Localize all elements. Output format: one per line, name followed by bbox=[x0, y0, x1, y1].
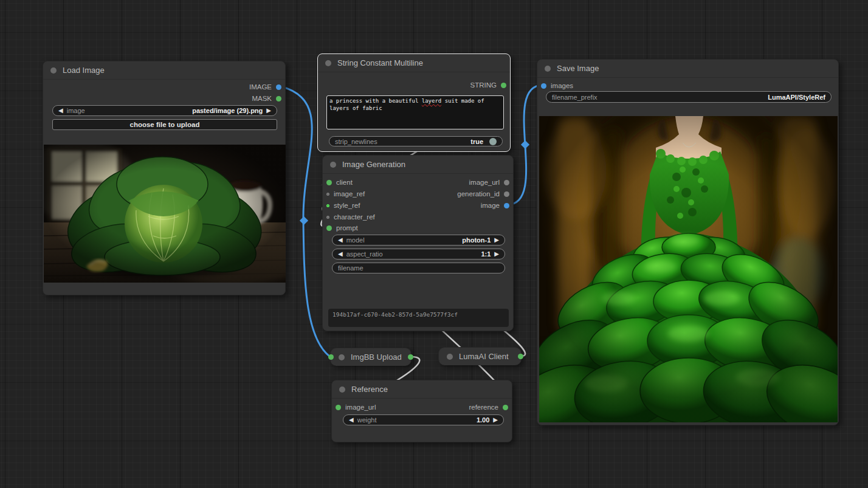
node-title: ImgBB Upload bbox=[351, 352, 402, 362]
input-port-icon[interactable] bbox=[326, 193, 329, 196]
toggle-knob-icon[interactable] bbox=[489, 138, 497, 145]
input-client: client bbox=[326, 177, 353, 187]
strip-newlines-toggle[interactable]: strip_newlines true bbox=[329, 136, 503, 146]
input-image-url: image_url bbox=[336, 402, 376, 412]
input-port-icon[interactable] bbox=[326, 216, 329, 219]
filename-text-widget[interactable]: filename bbox=[332, 263, 505, 273]
output-string: STRING bbox=[470, 80, 506, 90]
output-port-icon[interactable] bbox=[504, 180, 509, 185]
combo-next-icon[interactable]: ▶ bbox=[494, 237, 499, 243]
node-save-image[interactable]: Save Image images filename_prefix LumaAP… bbox=[537, 59, 839, 425]
output-port-icon[interactable] bbox=[408, 354, 413, 360]
input-port-icon[interactable] bbox=[336, 405, 341, 410]
input-port-icon[interactable] bbox=[328, 354, 334, 360]
load-image-preview bbox=[44, 145, 286, 283]
combo-next-icon[interactable]: ▶ bbox=[493, 417, 498, 423]
save-image-preview bbox=[539, 116, 838, 422]
input-port-icon[interactable] bbox=[541, 83, 546, 89]
combo-next-icon[interactable]: ▶ bbox=[266, 108, 271, 114]
choose-file-button[interactable]: choose file to upload bbox=[52, 119, 277, 130]
link-midpoint-handle[interactable] bbox=[521, 140, 529, 149]
node-title: LumaAI Client bbox=[459, 352, 509, 361]
output-image: image bbox=[481, 201, 509, 210]
node-image-generation-header[interactable]: Image Generation bbox=[323, 156, 513, 174]
node-string-constant-header[interactable]: String Constant Multiline bbox=[318, 54, 510, 72]
node-image-generation[interactable]: Image Generation client image_ref style_… bbox=[322, 155, 514, 331]
image-combo-widget[interactable]: ◀ image pasted/image (29).png ▶ bbox=[52, 105, 277, 116]
output-mask: MASK bbox=[252, 94, 281, 103]
input-prompt: prompt bbox=[326, 223, 358, 233]
input-port-icon[interactable] bbox=[326, 180, 332, 185]
filename-prefix-widget[interactable]: filename_prefix LumaAPI/StyleRef bbox=[546, 91, 832, 103]
combo-prev-icon[interactable]: ◀ bbox=[338, 237, 343, 243]
combo-next-icon[interactable]: ▶ bbox=[494, 251, 499, 257]
node-graph-canvas[interactable]: Load Image IMAGE MASK ◀ image pasted/ima… bbox=[0, 0, 868, 488]
node-title: Load Image bbox=[63, 66, 105, 75]
collapse-toggle-icon[interactable] bbox=[339, 387, 345, 393]
misspelled-word: layerd bbox=[422, 98, 442, 104]
collapse-toggle-icon[interactable] bbox=[545, 66, 551, 72]
link-midpoint-handle[interactable] bbox=[300, 216, 308, 225]
node-lumaai-client[interactable]: LumaAI Client bbox=[438, 347, 522, 365]
node-load-image[interactable]: Load Image IMAGE MASK ◀ image pasted/ima… bbox=[43, 61, 286, 295]
output-port-icon[interactable] bbox=[504, 191, 509, 197]
output-port-icon[interactable] bbox=[276, 84, 281, 90]
node-title: Image Generation bbox=[342, 160, 405, 169]
node-title: String Constant Multiline bbox=[337, 58, 423, 67]
output-port-icon[interactable] bbox=[504, 203, 509, 208]
node-load-image-header[interactable]: Load Image bbox=[43, 61, 285, 80]
input-style-ref: style_ref bbox=[326, 201, 360, 210]
output-image: IMAGE bbox=[249, 82, 281, 92]
output-generation-id: generation_id bbox=[457, 189, 509, 199]
node-reference-header[interactable]: Reference bbox=[332, 380, 512, 399]
input-image-ref: image_ref bbox=[326, 189, 365, 199]
output-port-icon[interactable] bbox=[518, 354, 523, 359]
aspect-ratio-combo-widget[interactable]: ◀ aspect_ratio 1:1 ▶ bbox=[332, 249, 505, 259]
input-images: images bbox=[541, 81, 573, 91]
collapse-toggle-icon[interactable] bbox=[325, 60, 331, 66]
input-character-ref: character_ref bbox=[326, 212, 375, 222]
output-reference: reference bbox=[469, 402, 508, 412]
weight-combo-widget[interactable]: ◀ weight 1.00 ▶ bbox=[343, 414, 504, 425]
node-string-constant-multiline[interactable]: String Constant Multiline STRING a princ… bbox=[317, 53, 511, 152]
output-port-icon[interactable] bbox=[501, 83, 506, 88]
model-combo-widget[interactable]: ◀ model photon-1 ▶ bbox=[332, 235, 505, 246]
generation-id-display: 194b17af-c670-4eb2-857d-5a9e7577f3cf bbox=[328, 309, 509, 327]
collapse-toggle-icon[interactable] bbox=[50, 67, 57, 74]
output-image-url: image_url bbox=[469, 177, 510, 187]
prompt-textarea[interactable]: a princess with a beautiful layerd suit … bbox=[326, 95, 504, 129]
combo-prev-icon[interactable]: ◀ bbox=[338, 251, 343, 257]
combo-prev-icon[interactable]: ◀ bbox=[349, 417, 354, 423]
combo-prev-icon[interactable]: ◀ bbox=[58, 108, 63, 114]
collapse-toggle-icon[interactable] bbox=[447, 354, 453, 360]
node-save-image-header[interactable]: Save Image bbox=[537, 60, 838, 78]
node-imgbb-upload[interactable]: ImgBB Upload bbox=[330, 348, 412, 366]
node-title: Save Image bbox=[557, 64, 599, 73]
input-port-icon[interactable] bbox=[326, 225, 332, 231]
input-port-icon[interactable] bbox=[326, 204, 329, 207]
node-title: Reference bbox=[351, 385, 388, 394]
output-port-icon[interactable] bbox=[503, 405, 508, 410]
node-reference[interactable]: Reference image_url reference ◀ weight 1… bbox=[331, 380, 512, 442]
output-port-icon[interactable] bbox=[276, 96, 281, 101]
collapse-toggle-icon[interactable] bbox=[330, 162, 336, 168]
collapse-toggle-icon[interactable] bbox=[339, 354, 345, 360]
